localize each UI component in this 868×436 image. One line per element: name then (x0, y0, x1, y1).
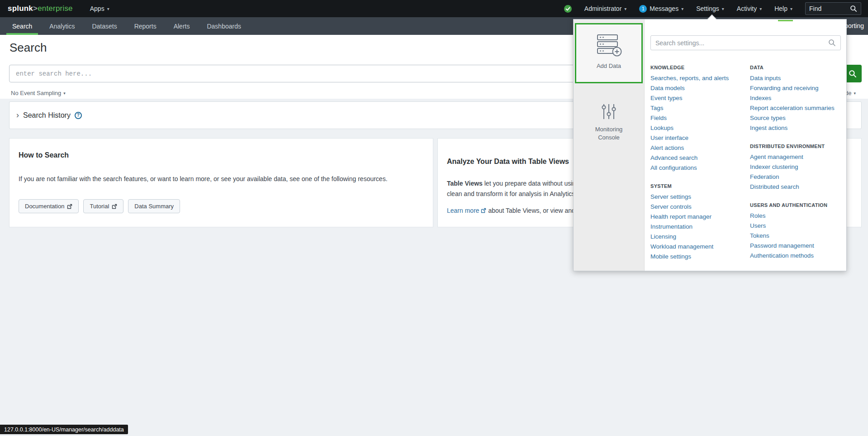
settings-menu[interactable]: Settings ▾ (696, 5, 724, 12)
logo-splunk-text: splunk (8, 4, 33, 13)
top-navbar: splunk>enterprise Apps ▾ Administrator ▾… (0, 0, 868, 17)
tab-label: Alerts (174, 23, 190, 30)
find-input[interactable] (809, 5, 850, 12)
how-to-search-panel: How to Search If you are not familiar wi… (9, 138, 433, 227)
activity-menu[interactable]: Activity ▾ (737, 5, 762, 12)
top-navbar-right: Administrator ▾ 1 Messages ▾ Settings ▾ … (564, 2, 861, 15)
tab-dashboards[interactable]: Dashboards (201, 17, 247, 35)
settings-search-input[interactable] (655, 39, 828, 47)
caret-down-icon: ▾ (107, 6, 109, 11)
menu-link-event-types[interactable]: Event types (650, 93, 746, 103)
tab-label: Analytics (49, 23, 75, 30)
menu-link-alert-actions[interactable]: Alert actions (650, 143, 746, 153)
menu-link-server-settings[interactable]: Server settings (650, 192, 746, 202)
tab-label: Reports (134, 23, 157, 30)
data-group: DATA Data inputs Forwarding and receivin… (750, 65, 845, 133)
status-url-tooltip: 127.0.0.1:8000/en-US/manager/search/addd… (0, 425, 128, 434)
add-data-label: Add Data (597, 62, 621, 69)
add-data-icon (595, 34, 623, 57)
menu-link-user-interface[interactable]: User interface (650, 133, 746, 143)
menu-link-source-types[interactable]: Source types (750, 113, 845, 123)
monitoring-console-tile[interactable]: Monitoring Console (575, 91, 643, 145)
chevron-right-icon: › (16, 111, 19, 119)
external-link-icon (112, 204, 117, 209)
add-data-tile[interactable]: Add Data (575, 23, 643, 83)
menu-link-workload-management[interactable]: Workload management (650, 242, 746, 252)
messages-menu[interactable]: 1 Messages ▾ (639, 5, 683, 13)
messages-count-badge: 1 (639, 5, 647, 13)
menu-link-agent-management[interactable]: Agent management (750, 152, 845, 162)
menu-link-federation[interactable]: Federation (750, 172, 845, 182)
button-label: Data Summary (134, 203, 174, 210)
panel-title: How to Search (19, 151, 424, 159)
search-history-label: Search History (23, 111, 71, 120)
settings-tile-column: Add Data Monitoring Console (574, 19, 645, 271)
event-sampling-dropdown[interactable]: No Event Sampling ▾ (11, 90, 66, 96)
menu-link-mobile-settings[interactable]: Mobile settings (650, 252, 746, 262)
menu-link-health-report-manager[interactable]: Health report manager (650, 212, 746, 222)
green-indicator-strip (778, 20, 793, 21)
panel-body-text: If you are not familiar with the search … (19, 174, 424, 184)
caret-down-icon: ▾ (790, 6, 792, 11)
menu-link-server-controls[interactable]: Server controls (650, 202, 746, 212)
menu-link-indexer-clustering[interactable]: Indexer clustering (750, 162, 845, 172)
help-menu[interactable]: Help ▾ (774, 5, 792, 12)
tab-datasets[interactable]: Datasets (86, 17, 123, 35)
learn-more-link[interactable]: Learn more (447, 207, 479, 214)
menu-link-indexes[interactable]: Indexes (750, 93, 845, 103)
button-label: Documentation (25, 203, 64, 210)
caret-down-icon: ▾ (624, 6, 626, 11)
tutorial-button[interactable]: Tutorial (83, 199, 123, 213)
tab-search[interactable]: Search (6, 17, 38, 35)
search-history-toggle[interactable]: › Search History ? (16, 111, 82, 120)
menu-link-lookups[interactable]: Lookups (650, 123, 746, 133)
administrator-menu[interactable]: Administrator ▾ (584, 5, 627, 12)
help-icon[interactable]: ? (75, 112, 82, 119)
caret-down-icon: ▾ (63, 91, 66, 96)
menu-link-password-management[interactable]: Password management (750, 241, 845, 251)
menu-link-forwarding-receiving[interactable]: Forwarding and receiving (750, 83, 845, 93)
menu-link-report-acceleration-summaries[interactable]: Report acceleration summaries (750, 103, 845, 113)
apps-menu-label: Apps (90, 5, 104, 12)
menu-link-licensing[interactable]: Licensing (650, 232, 746, 242)
settings-column-1: KNOWLEDGE Searches, reports, and alerts … (650, 65, 746, 272)
menu-link-advanced-search[interactable]: Advanced search (650, 153, 746, 163)
apps-menu[interactable]: Apps ▾ (90, 5, 109, 12)
event-sampling-label: No Event Sampling (11, 90, 61, 96)
menu-link-data-inputs[interactable]: Data inputs (750, 73, 845, 83)
menu-link-tokens[interactable]: Tokens (750, 231, 845, 241)
button-label: Tutorial (90, 203, 109, 210)
tab-label: Dashboards (207, 23, 241, 30)
tab-analytics[interactable]: Analytics (43, 17, 81, 35)
help-menu-label: Help (774, 5, 787, 12)
splunk-logo[interactable]: splunk>enterprise (8, 4, 73, 13)
menu-link-instrumentation[interactable]: Instrumentation (650, 222, 746, 232)
data-summary-button[interactable]: Data Summary (128, 199, 180, 213)
group-header: DISTRIBUTED ENVIRONMENT (750, 144, 845, 149)
documentation-button[interactable]: Documentation (19, 199, 79, 213)
monitoring-console-label: Monitoring Console (588, 125, 629, 142)
health-check-icon[interactable] (564, 5, 572, 13)
menu-link-distributed-search[interactable]: Distributed search (750, 182, 845, 192)
menu-link-authentication-methods[interactable]: Authentication methods (750, 251, 845, 261)
page-title: Search (9, 41, 47, 55)
table-views-bold: Table Views (447, 180, 483, 187)
search-icon (849, 70, 857, 78)
group-header: KNOWLEDGE (650, 65, 746, 70)
menu-link-users[interactable]: Users (750, 221, 845, 231)
group-header: DATA (750, 65, 845, 70)
menu-link-roles[interactable]: Roles (750, 211, 845, 221)
search-icon[interactable] (850, 5, 857, 12)
menu-link-searches-reports-alerts[interactable]: Searches, reports, and alerts (650, 73, 746, 83)
knowledge-group: KNOWLEDGE Searches, reports, and alerts … (650, 65, 746, 173)
menu-link-all-configurations[interactable]: All configurations (650, 163, 746, 173)
menu-link-data-models[interactable]: Data models (650, 83, 746, 93)
menu-link-tags[interactable]: Tags (650, 103, 746, 113)
menu-link-ingest-actions[interactable]: Ingest actions (750, 123, 845, 133)
caret-down-icon: ▾ (722, 6, 724, 11)
settings-menu-label: Settings (696, 5, 719, 12)
tab-reports[interactable]: Reports (128, 17, 162, 35)
caret-down-icon: ▾ (681, 6, 683, 11)
tab-alerts[interactable]: Alerts (168, 17, 196, 35)
menu-link-fields[interactable]: Fields (650, 113, 746, 123)
